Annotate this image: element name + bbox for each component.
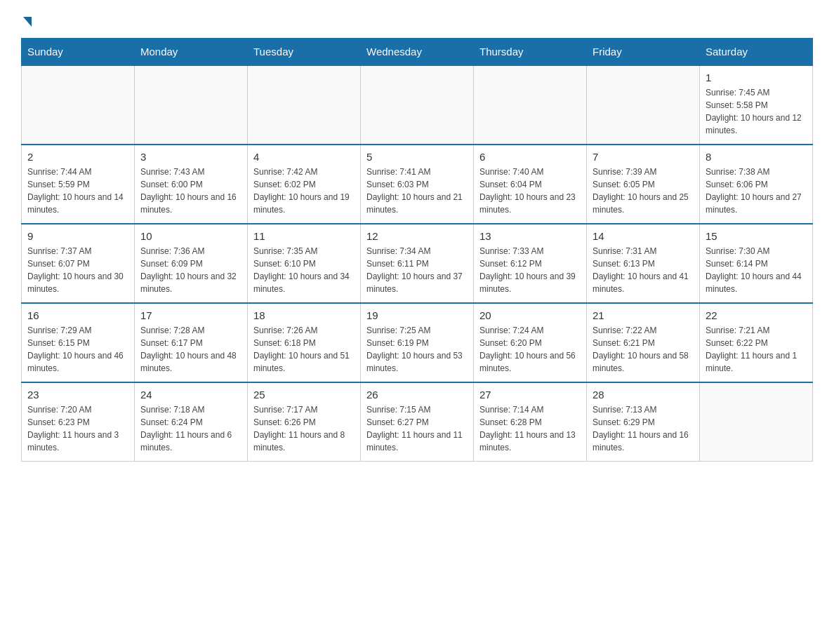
day-header-friday: Friday [587, 39, 700, 66]
day-header-wednesday: Wednesday [361, 39, 474, 66]
day-info: Sunrise: 7:24 AM Sunset: 6:20 PM Dayligh… [479, 324, 581, 375]
day-number: 3 [140, 151, 241, 163]
calendar-cell: 20Sunrise: 7:24 AM Sunset: 6:20 PM Dayli… [474, 303, 587, 382]
day-number: 5 [366, 151, 468, 163]
calendar-cell: 24Sunrise: 7:18 AM Sunset: 6:24 PM Dayli… [135, 382, 248, 462]
day-info: Sunrise: 7:14 AM Sunset: 6:28 PM Dayligh… [479, 403, 581, 454]
calendar-cell: 11Sunrise: 7:35 AM Sunset: 6:10 PM Dayli… [248, 224, 361, 303]
calendar-cell: 10Sunrise: 7:36 AM Sunset: 6:09 PM Dayli… [135, 224, 248, 303]
calendar-cell: 19Sunrise: 7:25 AM Sunset: 6:19 PM Dayli… [361, 303, 474, 382]
day-number: 15 [706, 230, 807, 242]
day-info: Sunrise: 7:29 AM Sunset: 6:15 PM Dayligh… [27, 324, 128, 375]
calendar-cell: 25Sunrise: 7:17 AM Sunset: 6:26 PM Dayli… [248, 382, 361, 462]
week-row-1: 1Sunrise: 7:45 AM Sunset: 5:58 PM Daylig… [22, 65, 813, 145]
day-number: 10 [140, 230, 241, 242]
calendar-cell [700, 382, 813, 462]
day-info: Sunrise: 7:17 AM Sunset: 6:26 PM Dayligh… [253, 403, 355, 454]
week-row-4: 16Sunrise: 7:29 AM Sunset: 6:15 PM Dayli… [22, 303, 813, 382]
day-info: Sunrise: 7:34 AM Sunset: 6:11 PM Dayligh… [366, 245, 468, 295]
calendar-cell [135, 65, 248, 145]
day-number: 8 [706, 151, 807, 163]
day-number: 12 [366, 230, 468, 242]
logo-arrow-icon [23, 17, 32, 27]
day-number: 16 [27, 309, 128, 321]
day-info: Sunrise: 7:44 AM Sunset: 5:59 PM Dayligh… [27, 166, 128, 216]
logo [21, 14, 32, 27]
day-number: 22 [706, 309, 807, 321]
calendar-cell: 5Sunrise: 7:41 AM Sunset: 6:03 PM Daylig… [361, 145, 474, 224]
calendar-cell: 27Sunrise: 7:14 AM Sunset: 6:28 PM Dayli… [474, 382, 587, 462]
day-info: Sunrise: 7:21 AM Sunset: 6:22 PM Dayligh… [706, 324, 807, 375]
day-number: 20 [479, 309, 581, 321]
day-number: 14 [593, 230, 694, 242]
calendar-cell: 7Sunrise: 7:39 AM Sunset: 6:05 PM Daylig… [587, 145, 700, 224]
calendar-cell: 18Sunrise: 7:26 AM Sunset: 6:18 PM Dayli… [248, 303, 361, 382]
week-row-2: 2Sunrise: 7:44 AM Sunset: 5:59 PM Daylig… [22, 145, 813, 224]
calendar-cell: 21Sunrise: 7:22 AM Sunset: 6:21 PM Dayli… [587, 303, 700, 382]
calendar-cell: 28Sunrise: 7:13 AM Sunset: 6:29 PM Dayli… [587, 382, 700, 462]
day-info: Sunrise: 7:40 AM Sunset: 6:04 PM Dayligh… [479, 166, 581, 216]
day-number: 6 [479, 151, 581, 163]
week-row-5: 23Sunrise: 7:20 AM Sunset: 6:23 PM Dayli… [22, 382, 813, 462]
day-info: Sunrise: 7:37 AM Sunset: 6:07 PM Dayligh… [27, 245, 128, 295]
day-info: Sunrise: 7:22 AM Sunset: 6:21 PM Dayligh… [593, 324, 694, 375]
calendar-cell [474, 65, 587, 145]
day-info: Sunrise: 7:35 AM Sunset: 6:10 PM Dayligh… [253, 245, 355, 295]
week-row-3: 9Sunrise: 7:37 AM Sunset: 6:07 PM Daylig… [22, 224, 813, 303]
day-info: Sunrise: 7:15 AM Sunset: 6:27 PM Dayligh… [366, 403, 468, 454]
day-number: 26 [366, 389, 468, 401]
calendar-header-row: SundayMondayTuesdayWednesdayThursdayFrid… [22, 39, 813, 66]
calendar-cell: 17Sunrise: 7:28 AM Sunset: 6:17 PM Dayli… [135, 303, 248, 382]
day-info: Sunrise: 7:26 AM Sunset: 6:18 PM Dayligh… [253, 324, 355, 375]
calendar-cell: 3Sunrise: 7:43 AM Sunset: 6:00 PM Daylig… [135, 145, 248, 224]
day-number: 7 [593, 151, 694, 163]
day-number: 24 [140, 389, 241, 401]
calendar-cell: 13Sunrise: 7:33 AM Sunset: 6:12 PM Dayli… [474, 224, 587, 303]
calendar-table: SundayMondayTuesdayWednesdayThursdayFrid… [21, 38, 813, 462]
calendar-cell: 8Sunrise: 7:38 AM Sunset: 6:06 PM Daylig… [700, 145, 813, 224]
day-info: Sunrise: 7:42 AM Sunset: 6:02 PM Dayligh… [253, 166, 355, 216]
calendar-cell: 15Sunrise: 7:30 AM Sunset: 6:14 PM Dayli… [700, 224, 813, 303]
day-info: Sunrise: 7:25 AM Sunset: 6:19 PM Dayligh… [366, 324, 468, 375]
day-header-monday: Monday [135, 39, 248, 66]
day-number: 27 [479, 389, 581, 401]
calendar-cell [248, 65, 361, 145]
day-info: Sunrise: 7:13 AM Sunset: 6:29 PM Dayligh… [593, 403, 694, 454]
day-info: Sunrise: 7:45 AM Sunset: 5:58 PM Dayligh… [706, 86, 807, 137]
calendar-cell: 2Sunrise: 7:44 AM Sunset: 5:59 PM Daylig… [22, 145, 135, 224]
calendar-cell: 22Sunrise: 7:21 AM Sunset: 6:22 PM Dayli… [700, 303, 813, 382]
day-info: Sunrise: 7:39 AM Sunset: 6:05 PM Dayligh… [593, 166, 694, 216]
calendar-cell [587, 65, 700, 145]
calendar-cell: 9Sunrise: 7:37 AM Sunset: 6:07 PM Daylig… [22, 224, 135, 303]
day-info: Sunrise: 7:43 AM Sunset: 6:00 PM Dayligh… [140, 166, 241, 216]
day-number: 1 [706, 72, 807, 83]
day-info: Sunrise: 7:38 AM Sunset: 6:06 PM Dayligh… [706, 166, 807, 216]
calendar-cell [22, 65, 135, 145]
calendar-cell: 4Sunrise: 7:42 AM Sunset: 6:02 PM Daylig… [248, 145, 361, 224]
day-header-tuesday: Tuesday [248, 39, 361, 66]
calendar-cell: 14Sunrise: 7:31 AM Sunset: 6:13 PM Dayli… [587, 224, 700, 303]
calendar-cell: 26Sunrise: 7:15 AM Sunset: 6:27 PM Dayli… [361, 382, 474, 462]
day-info: Sunrise: 7:36 AM Sunset: 6:09 PM Dayligh… [140, 245, 241, 295]
day-info: Sunrise: 7:20 AM Sunset: 6:23 PM Dayligh… [27, 403, 128, 454]
day-info: Sunrise: 7:30 AM Sunset: 6:14 PM Dayligh… [706, 245, 807, 295]
day-info: Sunrise: 7:41 AM Sunset: 6:03 PM Dayligh… [366, 166, 468, 216]
day-number: 21 [593, 309, 694, 321]
day-info: Sunrise: 7:18 AM Sunset: 6:24 PM Dayligh… [140, 403, 241, 454]
day-number: 25 [253, 389, 355, 401]
day-info: Sunrise: 7:31 AM Sunset: 6:13 PM Dayligh… [593, 245, 694, 295]
day-number: 18 [253, 309, 355, 321]
calendar-cell: 16Sunrise: 7:29 AM Sunset: 6:15 PM Dayli… [22, 303, 135, 382]
calendar-cell: 23Sunrise: 7:20 AM Sunset: 6:23 PM Dayli… [22, 382, 135, 462]
page-header [21, 14, 813, 27]
day-header-thursday: Thursday [474, 39, 587, 66]
day-header-sunday: Sunday [22, 39, 135, 66]
day-number: 11 [253, 230, 355, 242]
calendar-cell [361, 65, 474, 145]
day-info: Sunrise: 7:33 AM Sunset: 6:12 PM Dayligh… [479, 245, 581, 295]
day-number: 19 [366, 309, 468, 321]
day-info: Sunrise: 7:28 AM Sunset: 6:17 PM Dayligh… [140, 324, 241, 375]
calendar-cell: 1Sunrise: 7:45 AM Sunset: 5:58 PM Daylig… [700, 65, 813, 145]
day-number: 17 [140, 309, 241, 321]
calendar-cell: 12Sunrise: 7:34 AM Sunset: 6:11 PM Dayli… [361, 224, 474, 303]
